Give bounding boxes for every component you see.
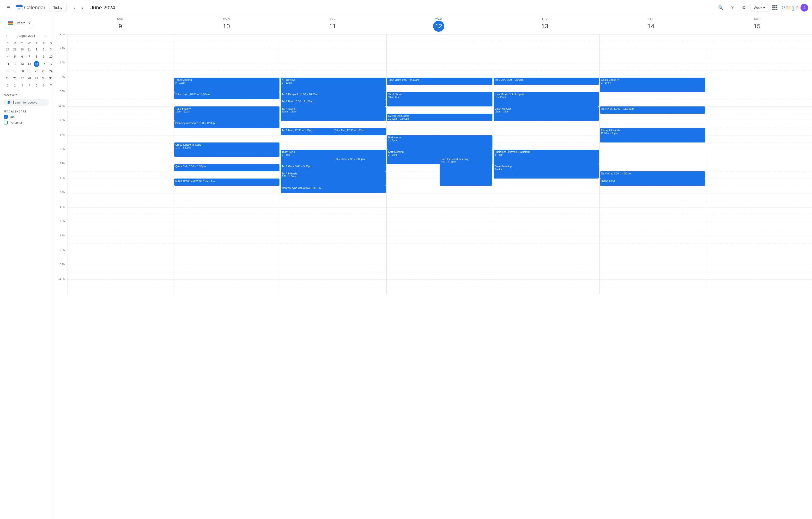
mini-day-2[interactable]: 2	[41, 47, 47, 52]
event-wed-5[interactable]: Prep for Board meeting2:30 – 4:30pm	[440, 157, 492, 186]
event-tue-8[interactable]: Tat // Gary, 3:00 – 3:30pm	[281, 164, 386, 171]
jon-checkbox[interactable]: ✓	[4, 115, 8, 119]
event-tue-1[interactable]: Tat // Danyaal, 10:00 – 10:30am	[281, 92, 386, 99]
calendar-jon[interactable]: ✓ Jon	[4, 114, 49, 120]
mini-day-25[interactable]: 25	[5, 76, 10, 81]
mini-day-21[interactable]: 21	[26, 68, 32, 74]
mini-day-10[interactable]: 10	[48, 54, 53, 60]
mini-day-19[interactable]: 19	[12, 68, 18, 74]
event-wed-1[interactable]: Tat // Shane10 – 11am	[387, 92, 492, 106]
mini-day-27[interactable]: 27	[19, 76, 25, 81]
event-wed-3[interactable]: Brainstorm1 – 2pm	[387, 135, 492, 150]
search-button[interactable]: 🔍	[716, 3, 726, 12]
today-button[interactable]: Today	[49, 4, 66, 12]
mini-cal-prev[interactable]: ‹	[4, 33, 9, 38]
mini-day-18[interactable]: 18	[5, 68, 10, 74]
day-num-11[interactable]: 11	[327, 21, 338, 32]
event-fri-0[interactable]: Goals Check-In9 – 10am	[600, 78, 705, 92]
my-calendars-title: My calendars	[4, 110, 49, 113]
mini-day-7[interactable]: 7	[26, 54, 32, 60]
mini-day-29[interactable]: 29	[34, 76, 39, 81]
view-selector[interactable]: Week ▾	[751, 4, 768, 12]
help-button[interactable]: ?	[727, 3, 737, 12]
next-arrow[interactable]: ›	[79, 4, 87, 11]
mini-day-15[interactable]: 15	[34, 61, 39, 67]
event-tue-9[interactable]: Tat // Mikaela3:30 – 4:30pm	[281, 171, 386, 186]
mini-cal-next[interactable]: ›	[43, 33, 49, 38]
mini-day-31[interactable]: 31	[48, 76, 53, 81]
mini-day-9[interactable]: 9	[41, 54, 47, 60]
time-grid-container[interactable]: 6 AM7 AM8 AM9 AM10 AM11 AM12 PM1 PM2 PM3…	[53, 34, 812, 519]
mini-day-4[interactable]: 4	[26, 83, 32, 88]
mini-day-5[interactable]: 5	[34, 83, 39, 88]
create-button[interactable]: Create ▾	[4, 17, 34, 29]
day-num-10[interactable]: 10	[221, 21, 232, 32]
apps-button[interactable]	[770, 3, 780, 12]
prev-arrow[interactable]: ‹	[70, 4, 78, 11]
mini-day-30[interactable]: 30	[19, 47, 25, 52]
mini-day-30[interactable]: 30	[41, 76, 47, 81]
day-num-14[interactable]: 14	[645, 21, 657, 32]
event-wed-0[interactable]: Tat // Vicky, 9:00 – 9:30am	[387, 78, 492, 85]
mini-day-28[interactable]: 28	[26, 76, 32, 81]
mini-day-4[interactable]: 4	[5, 54, 10, 60]
event-tue-2[interactable]: Tat // Britt, 10:30 – 11:00am	[281, 99, 386, 106]
event-mon-4[interactable]: Cross-functional Sync1:30 – 2:30pm	[174, 142, 280, 157]
menu-button[interactable]: ☰	[4, 3, 13, 12]
event-thu-3[interactable]: Customer Lifecycle Brainstorm2 – 3pm	[494, 150, 599, 164]
event-tue-10[interactable]: Monthly sync with Alexa, 4:30 – 5...	[281, 186, 386, 193]
personal-checkbox[interactable]	[4, 120, 8, 125]
event-mon-1[interactable]: Tat // Kevin, 10:00 – 10:30am	[174, 92, 280, 99]
day-num-15[interactable]: 15	[752, 21, 762, 32]
day-num-9[interactable]: 9	[115, 21, 126, 32]
event-tue-5[interactable]: Tat // Ana, 12:30 – 1:00pm	[333, 128, 385, 135]
event-tue-3[interactable]: Tat // Steven11am – 12pm	[281, 106, 386, 121]
mini-day-31[interactable]: 31	[26, 47, 32, 52]
event-thu-4[interactable]: Board Meeting3 – 4pm	[494, 164, 599, 179]
avatar[interactable]: J	[801, 4, 808, 11]
event-fri-4[interactable]: Happy Hour	[600, 179, 705, 186]
mini-day-16[interactable]: 16	[41, 61, 47, 67]
event-wed-2[interactable]: Q3 KR Discussion11:30am – 12:00pm	[387, 114, 492, 121]
event-thu-2[interactable]: Catch Up Call11am – 12pm	[494, 106, 599, 121]
search-people[interactable]: 👤 Search for people	[4, 99, 49, 106]
event-mon-5[interactable]: Quick Call, 3:00 – 3:30pm	[174, 164, 280, 171]
event-thu-0[interactable]: Tat // Jon, 9:00 – 9:30am	[494, 78, 599, 85]
mini-day-6[interactable]: 6	[41, 83, 47, 88]
mini-day-22[interactable]: 22	[34, 68, 39, 74]
settings-button[interactable]: ⚙	[739, 3, 749, 12]
mini-day-28[interactable]: 28	[5, 47, 10, 52]
mini-day-20[interactable]: 20	[19, 68, 25, 74]
event-tue-7[interactable]: Tat // John, 2:30 – 3:00pm	[333, 157, 385, 164]
mini-day-1[interactable]: 1	[5, 83, 10, 88]
mini-day-26[interactable]: 26	[12, 76, 18, 81]
mini-day-12[interactable]: 12	[12, 61, 18, 67]
mini-day-24[interactable]: 24	[48, 68, 53, 74]
day-num-13[interactable]: 13	[539, 21, 550, 32]
mini-day-5[interactable]: 5	[12, 54, 18, 60]
calendar-personal[interactable]: Personal	[4, 120, 49, 126]
mini-day-14[interactable]: 14	[26, 61, 32, 67]
mini-day-13[interactable]: 13	[19, 61, 25, 67]
event-mon-6[interactable]: Meeting with Customer 4:30 – 5...	[174, 179, 280, 186]
mini-day-2[interactable]: 2	[12, 83, 18, 88]
mini-day-23[interactable]: 23	[41, 68, 47, 74]
mini-day-3[interactable]: 3	[48, 47, 53, 52]
mini-day-1[interactable]: 1	[34, 47, 39, 52]
mini-day-11[interactable]: 11	[5, 61, 10, 67]
mini-day-3[interactable]: 3	[19, 83, 25, 88]
event-mon-2[interactable]: Tat // Brittany11am – 12pm	[174, 106, 280, 121]
event-fri-3[interactable]: Tat // Amy, 3:30 – 4:00pm	[600, 171, 705, 179]
event-fri-2[interactable]: Friday All Hands12:30 – 1:30pm	[600, 128, 705, 142]
event-mon-0[interactable]: Team Meeting9 – 10am	[174, 78, 280, 92]
mini-day-7[interactable]: 7	[48, 83, 53, 88]
event-thu-1[interactable]: User Metric Data Insights10 – 11am	[494, 92, 599, 106]
mini-day-17[interactable]: 17	[48, 61, 53, 67]
mini-day-8[interactable]: 8	[34, 54, 39, 60]
day-num-12[interactable]: 12	[433, 21, 444, 32]
event-fri-1[interactable]: Tat // Alex, 11:00 – 11:30am	[600, 106, 705, 114]
mini-day-29[interactable]: 29	[12, 47, 18, 52]
event-tue-0[interactable]: KR Review9 – 10am	[281, 78, 386, 92]
event-mon-3[interactable]: Planning meeting, 12:00 – 12:30p	[174, 121, 280, 128]
mini-day-6[interactable]: 6	[19, 54, 25, 60]
